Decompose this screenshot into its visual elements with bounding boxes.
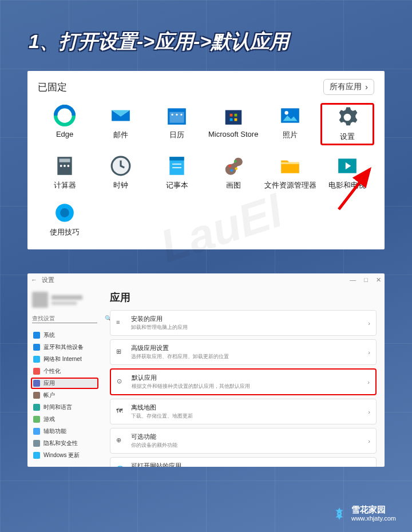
nav-蓝牙和其他设备[interactable]: 蓝牙和其他设备 [31,342,98,353]
user-profile[interactable] [31,289,98,310]
app-icon [223,155,244,177]
all-apps-button[interactable]: 所有应用 › [323,79,374,95]
app-照片[interactable]: 照片 [263,103,318,145]
chevron-right-icon: › [368,349,370,356]
chevron-right-icon: › [367,379,370,386]
nav-帐户[interactable]: 帐户 [31,390,98,401]
nav-icon [33,404,40,411]
app-时钟[interactable]: 时钟 [94,153,148,192]
nav-系统[interactable]: 系统 [31,329,98,341]
app-画图[interactable]: 画图 [207,153,260,192]
back-icon[interactable]: ← [31,276,37,283]
option-title: 安装的应用 [131,315,362,323]
svg-rect-10 [234,118,237,121]
nav-label: 游戏 [43,415,55,423]
app-label: 邮件 [113,130,128,140]
svg-point-17 [68,165,70,167]
nav-label: 隐私和安全性 [43,439,78,447]
app-文件资源管理器[interactable]: 文件资源管理器 [263,153,318,192]
app-icon [166,155,188,177]
svg-point-26 [230,169,233,172]
nav-label: 时间和语言 [43,403,72,411]
app-label: Edge [56,130,73,138]
app-label: 照片 [283,130,298,140]
chevron-right-icon: › [368,408,370,415]
settings-window: LauEl ← 设置 ― □ ✕ 🔍 系统蓝牙和其他设备网络和 Internet… [27,273,385,467]
app-日历[interactable]: 日历 [150,103,204,145]
maximize-button[interactable]: □ [364,276,368,284]
option-icon: 🗺 [116,407,125,416]
nav-icon [33,332,40,339]
minimize-button[interactable]: ― [350,276,356,284]
app-label: Microsoft Store [208,130,258,138]
footer-name: 雪花家园 [351,505,396,515]
app-icon [279,105,301,126]
svg-rect-21 [170,157,184,160]
option-icon: ⊞ [116,348,125,357]
option-安装的应用[interactable]: ≡安装的应用卸载和管理电脑上的应用› [110,310,377,336]
nav-时间和语言[interactable]: 时间和语言 [31,402,98,413]
search-input[interactable] [32,315,105,321]
option-desc: 你的设备的额外功能 [131,442,362,449]
svg-rect-6 [225,110,241,125]
app-Edge[interactable]: Edge [38,103,92,145]
app-label: 画图 [226,180,241,190]
app-记事本[interactable]: 记事本 [150,153,204,192]
nav-应用[interactable]: 应用 [31,378,98,389]
option-离线地图[interactable]: 🗺离线地图下载、存储位置、地图更新› [110,399,377,424]
app-label: 时钟 [113,180,128,190]
app-设置[interactable]: 设置 [320,103,374,145]
search-box[interactable]: 🔍 [32,314,97,323]
app-电影和电视[interactable]: 电影和电视 [320,153,374,192]
option-高级应用设置[interactable]: ⊞高级应用设置选择获取应用、存档应用、卸载更新的位置› [110,339,377,365]
app-icon [54,105,76,126]
app-icon [54,202,76,224]
app-label: 电影和电视 [328,180,366,190]
svg-point-30 [60,208,69,217]
nav-icon [33,368,40,375]
svg-rect-14 [60,158,70,162]
page-instruction-title: 1、打开设置->应用->默认应用 [0,0,412,71]
snowflake-logo-icon [332,506,347,521]
option-title: 可打开网站的应用 [131,462,362,467]
svg-point-27 [235,167,237,170]
nav-Windows 更新[interactable]: Windows 更新 [31,450,98,461]
option-默认应用[interactable]: ⊙默认应用根据文件和链接种类设置的默认应用，其他默认应用› [110,368,377,395]
app-label: 使用技巧 [50,227,80,237]
app-label: 日历 [169,130,184,140]
nav-label: 帐户 [43,391,55,399]
nav-个性化[interactable]: 个性化 [31,366,98,377]
option-title: 离线地图 [131,403,362,412]
option-desc: 卸载和管理电脑上的应用 [131,324,362,331]
window-title: 设置 [42,276,54,284]
nav-label: 蓝牙和其他设备 [43,343,84,351]
option-title: 可选功能 [131,432,362,441]
window-titlebar: ← 设置 ― □ ✕ [27,273,385,286]
app-icon [110,105,132,126]
svg-rect-8 [234,114,237,117]
option-title: 默认应用 [132,374,362,382]
svg-point-15 [60,165,62,167]
nav-隐私和安全性[interactable]: 隐私和安全性 [31,438,98,449]
nav-icon [33,416,40,423]
svg-rect-9 [229,118,232,121]
nav-label: 应用 [43,379,55,387]
app-使用技巧[interactable]: 使用技巧 [38,200,92,239]
nav-辅助功能[interactable]: 辅助功能 [31,426,98,437]
nav-label: 个性化 [43,367,61,375]
option-可选功能[interactable]: ⊕可选功能你的设备的额外功能› [110,428,377,454]
app-label: 记事本 [166,180,188,190]
app-计算器[interactable]: 计算器 [38,153,92,192]
avatar [32,292,48,308]
app-icon [223,105,244,126]
svg-point-4 [176,114,178,116]
close-button[interactable]: ✕ [376,276,381,284]
app-label: 文件资源管理器 [264,180,316,190]
app-邮件[interactable]: 邮件 [94,103,148,145]
settings-main: 应用 ≡安装的应用卸载和管理电脑上的应用›⊞高级应用设置选择获取应用、存档应用、… [102,286,385,467]
option-可打开网站的应用[interactable]: 🌐可打开网站的应用可在应用而不是浏览器中打开的网站› [110,457,377,467]
app-icon [336,155,358,177]
nav-游戏[interactable]: 游戏 [31,414,98,425]
nav-网络和 Internet[interactable]: 网络和 Internet [31,354,98,365]
app-Microsoft Store[interactable]: Microsoft Store [207,103,260,145]
